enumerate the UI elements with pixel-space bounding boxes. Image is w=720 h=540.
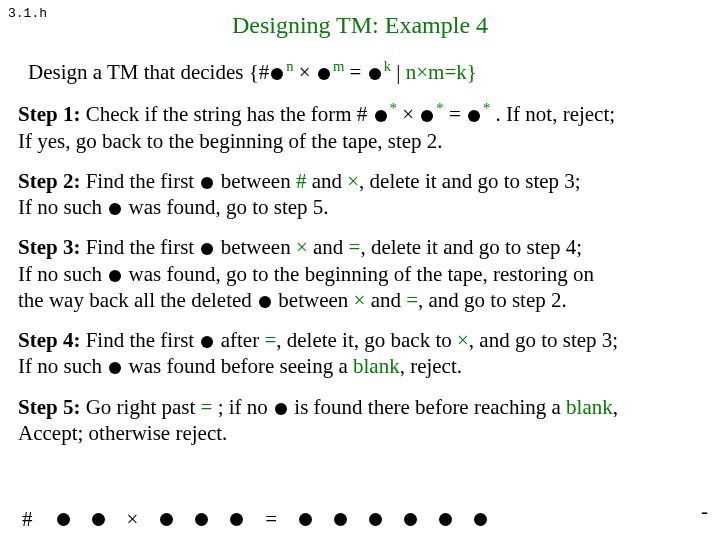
times-sym: × [397,102,419,126]
text: and [365,288,406,312]
step-label: Step 1: [18,102,80,126]
star: * [436,100,443,116]
tape-row: # × = [22,507,720,532]
times-sym: × [294,60,316,84]
tape-hash: # [22,507,33,532]
eq-sym: = [344,60,366,84]
bar-sym: | [391,60,406,84]
text: Find the first [80,328,199,352]
text: was found, go to the beginning of the ta… [123,262,594,286]
dot-icon [404,513,417,526]
dot-icon [474,513,487,526]
text: If no such [18,354,107,378]
step-3: Step 3: Find the first between × and =, … [18,234,702,313]
eq-sym: = [406,288,418,312]
condition: n×m=k} [406,60,477,84]
dot-icon [375,110,387,122]
dot-icon [109,362,121,374]
blank-word: blank [566,395,613,419]
text: and [308,235,349,259]
exp-m: m [333,58,344,74]
design-statement: Design a TM that decides {#n × m = k | n… [28,57,702,85]
times-sym: × [347,169,359,193]
times-sym: × [457,328,469,352]
tape-eq: = [265,507,277,532]
dot-icon [421,110,433,122]
step-1: Step 1: Check if the string has the form… [18,99,702,154]
text: If yes, go back to the beginning of the … [18,129,443,153]
step-5: Step 5: Go right past = ; if no is found… [18,394,702,447]
dot-icon [230,513,243,526]
times-sym: × [296,235,308,259]
dot-icon [369,513,382,526]
eq-sym: = [201,395,213,419]
eq-sym: = [349,235,361,259]
text: Find the first [80,169,199,193]
star: * [390,100,397,116]
exp-n: n [286,58,293,74]
text: and [306,169,347,193]
text: Find the first [80,235,199,259]
text: , delete it and go to step 4; [360,235,582,259]
hash-sym: # [296,169,307,193]
dot-icon [299,513,312,526]
tape-times: × [127,507,139,532]
dot-icon [92,513,105,526]
dot-icon [271,68,283,80]
blank-word: blank [353,354,400,378]
text: . If not, reject; [490,102,615,126]
text: If no such [18,195,107,219]
text: the way back all the deleted [18,288,257,312]
tape-dash: - [701,499,708,524]
text: was found, go to step 5. [123,195,328,219]
text: Go right past [80,395,200,419]
text: between [215,169,295,193]
times-sym: × [354,288,366,312]
dot-icon [109,270,121,282]
text: was found before seeing a [123,354,353,378]
dot-icon [195,513,208,526]
slide-number: 3.1.h [8,6,47,21]
text: , and go to step 2. [418,288,567,312]
dot-icon [318,68,330,80]
step-4: Step 4: Find the first after =, delete i… [18,327,702,380]
eq-sym: = [444,102,466,126]
dot-icon [439,513,452,526]
text: , and go to step 3; [469,328,618,352]
step-label: Step 2: [18,169,80,193]
text: between [215,235,295,259]
text: , delete it, go back to [276,328,457,352]
eq-sym: = [264,328,276,352]
text: , [613,395,618,419]
text: , reject. [400,354,462,378]
dot-icon [160,513,173,526]
dot-icon [201,177,213,189]
text: , delete it and go to step 3; [359,169,581,193]
dot-icon [259,296,271,308]
design-prefix: Design a TM that decides {# [28,60,269,84]
step-label: Step 3: [18,235,80,259]
step-2: Step 2: Find the first between # and ×, … [18,168,702,221]
dot-icon [201,243,213,255]
text: If no such [18,262,107,286]
text: ; if no [212,395,273,419]
exp-k: k [384,58,391,74]
dot-icon [57,513,70,526]
dot-icon [201,336,213,348]
text: between [273,288,353,312]
step-label: Step 5: [18,395,80,419]
dot-icon [275,403,287,415]
text: Check if the string has the form # [80,102,372,126]
page-title: Designing TM: Example 4 [120,12,600,39]
content: Design a TM that decides {#n × m = k | n… [0,57,720,446]
dot-icon [109,203,121,215]
text: is found there before reaching a [289,395,566,419]
step-label: Step 4: [18,328,80,352]
dot-icon [369,68,381,80]
text: Accept; otherwise reject. [18,421,227,445]
dot-icon [334,513,347,526]
dot-icon [468,110,480,122]
text: after [215,328,264,352]
